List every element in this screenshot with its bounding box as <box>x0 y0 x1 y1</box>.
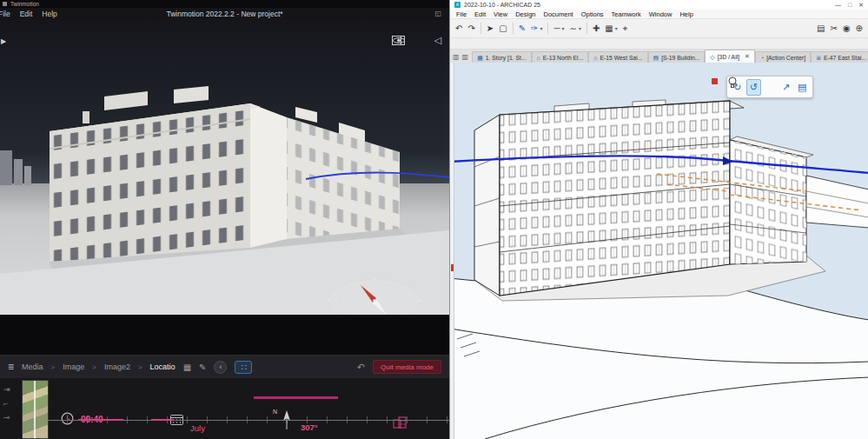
tab-e13-north-elevation[interactable]: ⌂ E-13 North El... <box>532 51 589 63</box>
panel-expand-icon[interactable]: ▶ <box>1 37 6 45</box>
close-icon[interactable]: ✕ <box>858 2 864 8</box>
maximize-icon[interactable]: □ <box>848 2 851 8</box>
menu-teamwork[interactable]: Teamwork <box>612 10 641 18</box>
menu-options[interactable]: Options <box>581 10 604 18</box>
snap-cross-icon[interactable]: ✚ <box>593 24 600 33</box>
tab-label: 1. Story [1. St... <box>486 55 527 61</box>
marquee-icon[interactable]: ▢ <box>499 24 507 33</box>
progress-bar <box>254 396 338 399</box>
twinmotion-logo-icon <box>3 2 7 6</box>
toolbar-separator <box>513 23 514 34</box>
toolbar-separator <box>547 23 548 34</box>
viewport-edge-strip[interactable] <box>450 63 454 439</box>
minimize-icon[interactable]: — <box>835 2 841 8</box>
month-value[interactable]: July <box>190 423 205 433</box>
report-icon[interactable]: ▤ <box>794 79 810 96</box>
tab-label: [S-19 Buildin... <box>661 55 699 61</box>
breadcrumb-media[interactable]: Media <box>22 363 43 371</box>
menu-view[interactable]: View <box>494 10 507 18</box>
story-icon: ▦ <box>477 55 483 61</box>
archicad-window: A 2022-10-10 - ARCHICAD 25 — □ ✕ File Ed… <box>449 0 868 439</box>
select-arrow-icon[interactable]: ➤ <box>487 24 494 33</box>
twinmotion-window: Twinmotion File Edit Help Twinmotion 202… <box>0 0 449 439</box>
archicad-titlebar: A 2022-10-10 - ARCHICAD 25 — □ ✕ <box>450 0 868 10</box>
tab-panel-icons: ▥ ▥ <box>453 53 468 61</box>
building-orientation-icon[interactable] <box>393 416 407 432</box>
explore-icon[interactable]: ↺ <box>746 79 762 96</box>
twinmotion-3d-viewport[interactable]: ▶ ◁ <box>0 20 449 315</box>
bearing-value[interactable]: 307° <box>301 422 318 432</box>
globe-icon[interactable]: ⊕ <box>856 24 863 33</box>
hamburger-menu-icon[interactable]: ≡ <box>8 361 14 373</box>
menu-file[interactable]: File <box>0 10 10 18</box>
tab-s19-building-section[interactable]: ▤ [S-19 Buildin... <box>648 51 706 63</box>
orbit-icon[interactable]: ◉ <box>843 24 851 33</box>
archicad-logo-icon: A <box>454 2 461 8</box>
undo-icon[interactable]: ↶ <box>357 362 365 373</box>
spline-pen-icon[interactable]: ✑ <box>531 24 538 33</box>
tab-action-center[interactable]: ◔ [Action Center] <box>755 51 811 63</box>
twinmotion-window-title: Twinmotion 2022.2.2 - New project* <box>0 10 449 18</box>
line-type-icon[interactable]: ─ <box>553 24 560 33</box>
track-node-icon[interactable]: ⊸ <box>3 414 10 422</box>
archicad-3d-viewport[interactable]: ↻ ↺ ↗ ▤ <box>450 63 868 439</box>
scissors-icon[interactable]: ✂ <box>830 24 837 33</box>
menu-help[interactable]: Help <box>679 10 692 18</box>
curve-dropdown-icon[interactable]: ▾ <box>579 26 581 31</box>
viewport-toolbar: ◁ <box>392 36 441 45</box>
redo-icon[interactable]: ↷ <box>467 24 474 33</box>
tab-list-icon[interactable]: ▥ <box>462 53 469 61</box>
menu-window[interactable]: Window <box>649 10 673 18</box>
archicad-toolbar: ↶ ↷ ➤ ▢ ✎ ✑ ▾ ─ ▾ ∼ ▾ ✚ ▦ ▾ ⌖ ▤ ✂ ◉ ⊕ <box>450 19 868 38</box>
tab-overview-icon[interactable]: ▥ <box>453 53 460 61</box>
breadcrumb-separator: > <box>92 363 96 371</box>
archicad-menubar: File Edit View Design Document Options T… <box>450 10 868 19</box>
origin-snap-icon[interactable]: ⌖ <box>623 24 628 33</box>
media-breadcrumb-bar: ≡ Media > Image > Image2 > Locatio ▦ ✎ ‹… <box>0 355 449 378</box>
media-grid-toggle-icon[interactable]: ∷ <box>235 361 252 374</box>
menu-file[interactable]: File <box>456 10 467 18</box>
menu-help[interactable]: Help <box>42 10 56 18</box>
restore-window-icon[interactable]: ◱ <box>434 10 441 17</box>
tool-dropdown-icon[interactable]: ▾ <box>540 26 542 31</box>
grid-snap-icon[interactable]: ▦ <box>605 24 613 33</box>
menu-edit[interactable]: Edit <box>20 10 33 18</box>
twinmotion-menubar: File Edit Help <box>0 10 57 18</box>
track-in-icon[interactable]: ⇥ <box>3 386 10 394</box>
undo-icon[interactable]: ↶ <box>455 24 462 33</box>
tab-e47-east-stair[interactable]: ≣ E-47 East Stai... <box>811 51 868 63</box>
timeline-panel <box>0 378 449 439</box>
location-map-thumbnail[interactable] <box>22 380 49 439</box>
line-type-dropdown-icon[interactable]: ▾ <box>562 26 565 31</box>
tab-1-story[interactable]: ▦ 1. Story [1. St... <box>472 51 531 63</box>
tab-close-icon[interactable]: ✕ <box>745 53 750 60</box>
back-circle-button[interactable]: ‹ <box>214 361 227 374</box>
3d-view-icon: ◇ <box>710 54 714 60</box>
stair-icon: ≣ <box>816 55 821 61</box>
breadcrumb-image2[interactable]: Image2 <box>104 363 130 371</box>
layers-icon[interactable]: ▤ <box>817 24 825 33</box>
menu-document[interactable]: Document <box>544 10 573 18</box>
tab-label: E-15 West Sai... <box>600 55 643 61</box>
pen-tool-icon[interactable]: ✎ <box>519 24 526 33</box>
lightbulb-icon[interactable] <box>762 79 778 96</box>
tab-e15-west-elevation[interactable]: ⌂ E-15 West Sai... <box>588 51 647 63</box>
calendar-icon[interactable] <box>170 413 183 429</box>
twinmotion-topstrip: Twinmotion <box>0 0 449 8</box>
menu-design[interactable]: Design <box>515 10 535 18</box>
tab-3d-all[interactable]: ◇ [3D / All] ✕ <box>705 50 755 63</box>
menu-edit[interactable]: Edit <box>474 10 486 18</box>
export-icon[interactable]: ↗ <box>779 79 794 96</box>
edit-pen-icon[interactable]: ✎ <box>199 363 206 372</box>
curve-type-icon[interactable]: ∼ <box>570 24 577 33</box>
collapse-panel-icon[interactable]: ◁ <box>434 36 441 45</box>
grid-view-icon[interactable]: ▦ <box>183 363 191 372</box>
track-path-icon[interactable]: ⌐ <box>3 400 10 408</box>
breadcrumb-separator: > <box>138 363 142 371</box>
twinmotion-scene <box>0 20 449 315</box>
breadcrumb-image[interactable]: Image <box>63 363 84 371</box>
quit-media-mode-button[interactable]: Quit media mode <box>373 360 441 374</box>
breadcrumb-location[interactable]: Locatio <box>150 363 176 371</box>
grid-dropdown-icon[interactable]: ▾ <box>615 26 618 31</box>
twinmotion-titlebar: File Edit Help Twinmotion 2022.2.2 - New… <box>0 8 449 20</box>
